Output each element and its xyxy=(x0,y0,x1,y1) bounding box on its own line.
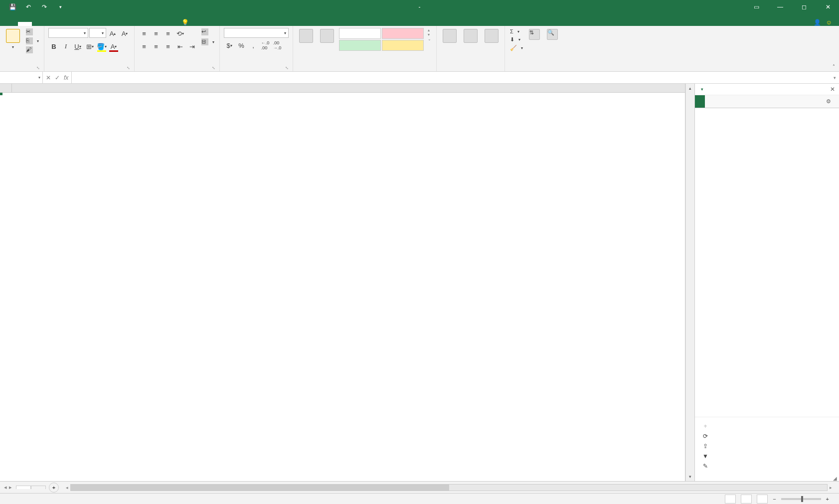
select-all-corner[interactable] xyxy=(0,84,12,92)
autosum-button[interactable]: Σ▾ xyxy=(509,28,524,35)
format-painter-button[interactable]: 🖌 xyxy=(25,46,40,54)
insert-cells-button[interactable] xyxy=(441,28,459,45)
tab-home[interactable] xyxy=(18,22,32,26)
taskpane-refresh-button[interactable]: ⟳ xyxy=(702,431,832,441)
align-bottom-button[interactable]: ≡ xyxy=(163,28,173,39)
wrap-text-button[interactable]: ↩ xyxy=(200,28,215,36)
formula-input[interactable] xyxy=(72,72,831,83)
decrease-decimal-button[interactable]: .00→.0 xyxy=(272,40,283,51)
tellme-search[interactable]: 💡 xyxy=(181,19,192,26)
tab-review[interactable] xyxy=(102,22,116,26)
maximize-icon[interactable]: ◻ xyxy=(795,0,813,14)
close-icon[interactable]: ✕ xyxy=(819,0,837,14)
italic-button[interactable]: I xyxy=(60,41,71,52)
redo-icon[interactable]: ↷ xyxy=(41,3,48,10)
tab-formulas[interactable] xyxy=(74,22,88,26)
decrease-indent-button[interactable]: ⇤ xyxy=(174,41,185,52)
merge-center-button[interactable]: ⊟▾ xyxy=(200,38,215,46)
font-color-button[interactable]: A▾ xyxy=(108,41,119,52)
paste-button[interactable]: ▾ xyxy=(4,28,22,50)
save-icon[interactable]: 💾 xyxy=(9,3,16,10)
clipboard-launcher[interactable]: ⤡ xyxy=(36,66,40,70)
alignment-launcher[interactable]: ⤡ xyxy=(212,66,215,70)
minimize-icon[interactable]: — xyxy=(771,0,789,14)
taskpane-filter-button[interactable]: ▼ xyxy=(702,451,832,461)
sort-filter-button[interactable]: ⇅ xyxy=(527,28,542,42)
grow-font-button[interactable]: A▴ xyxy=(107,28,118,39)
clear-button[interactable]: 🧹▾ xyxy=(509,44,524,52)
border-button[interactable]: ⊞▾ xyxy=(84,41,95,52)
grid-body[interactable] xyxy=(0,93,685,481)
scroll-down-icon[interactable]: ▾ xyxy=(686,472,694,481)
align-top-button[interactable]: ≡ xyxy=(139,28,150,39)
tab-addins[interactable] xyxy=(130,22,144,26)
taskpane-user[interactable]: ⚙ xyxy=(821,95,839,108)
format-cells-button[interactable] xyxy=(483,28,501,45)
find-select-button[interactable]: 🔍 xyxy=(545,28,560,42)
zoom-in-button[interactable]: + xyxy=(826,496,829,502)
number-launcher[interactable]: ⤡ xyxy=(285,66,289,70)
taskpane-new-button[interactable]: + xyxy=(702,421,832,431)
fill-color-button[interactable]: 🪣▾ xyxy=(96,41,107,52)
smiley-icon[interactable]: ☺ xyxy=(826,19,832,26)
font-launcher[interactable]: ⤡ xyxy=(127,66,130,70)
underline-button[interactable]: U▾ xyxy=(72,41,83,52)
vertical-scrollbar[interactable]: ▴ ▾ xyxy=(685,84,694,481)
align-right-button[interactable]: ≡ xyxy=(163,41,173,52)
style-normal[interactable] xyxy=(339,28,381,39)
style-neutral[interactable] xyxy=(382,40,424,51)
collapse-ribbon-icon[interactable]: ˄ xyxy=(833,64,835,69)
resize-handle-icon[interactable]: ◢ xyxy=(833,476,837,481)
tab-file[interactable] xyxy=(4,22,18,26)
align-left-button[interactable]: ≡ xyxy=(139,41,150,52)
orientation-button[interactable]: ⟲▾ xyxy=(174,28,185,39)
sheet-tab-1[interactable] xyxy=(16,486,31,489)
tab-insert[interactable] xyxy=(32,22,46,26)
styles-up-icon[interactable]: ▴ xyxy=(428,28,431,32)
percent-button[interactable]: % xyxy=(236,40,247,51)
sheet-tab-2[interactable] xyxy=(31,486,46,489)
tab-loadtest[interactable] xyxy=(144,22,158,26)
tab-data[interactable] xyxy=(88,22,102,26)
styles-down-icon[interactable]: ▾ xyxy=(428,32,431,37)
delete-cells-button[interactable] xyxy=(462,28,480,45)
zoom-slider[interactable] xyxy=(781,498,821,500)
comma-button[interactable]: , xyxy=(248,40,259,51)
taskpane-menu-icon[interactable]: ▾ xyxy=(701,87,703,92)
font-size-select[interactable]: ▾ xyxy=(89,28,106,38)
sheet-prev-icon[interactable]: ◂ xyxy=(4,484,7,491)
expand-formula-icon[interactable]: ▾ xyxy=(831,75,839,80)
cut-button[interactable]: ✂ xyxy=(25,28,40,36)
zoom-out-button[interactable]: − xyxy=(773,496,776,502)
add-sheet-button[interactable]: + xyxy=(49,483,59,493)
normal-view-button[interactable] xyxy=(725,495,736,504)
enter-formula-icon[interactable]: ✓ xyxy=(55,74,60,81)
scroll-up-icon[interactable]: ▴ xyxy=(686,84,694,93)
tab-page-layout[interactable] xyxy=(60,22,74,26)
fill-button[interactable]: ⬇▾ xyxy=(509,36,524,43)
conditional-formatting-button[interactable] xyxy=(297,28,315,45)
undo-icon[interactable]: ↶ xyxy=(25,3,32,10)
share-button[interactable]: 👤 xyxy=(814,19,821,26)
increase-decimal-button[interactable]: ←.0.00 xyxy=(260,40,271,51)
ribbon-options-icon[interactable]: ▭ xyxy=(747,0,765,14)
align-middle-button[interactable]: ≡ xyxy=(151,28,162,39)
style-bad[interactable] xyxy=(382,28,424,39)
customize-qat-icon[interactable]: ▾ xyxy=(57,3,64,10)
format-as-table-button[interactable] xyxy=(318,28,336,45)
shrink-font-button[interactable]: A▾ xyxy=(119,28,130,39)
name-box[interactable] xyxy=(0,72,43,83)
copy-button[interactable]: ⎘▾ xyxy=(25,37,40,45)
font-name-select[interactable]: ▾ xyxy=(48,28,88,38)
increase-indent-button[interactable]: ⇥ xyxy=(186,41,197,52)
bold-button[interactable]: B xyxy=(48,41,59,52)
sheet-next-icon[interactable]: ▸ xyxy=(9,484,12,491)
taskpane-close-icon[interactable]: ✕ xyxy=(830,86,835,93)
horizontal-scrollbar[interactable]: ◂ ▸ xyxy=(59,484,839,491)
tab-draw[interactable] xyxy=(46,22,60,26)
fx-icon[interactable]: fx xyxy=(64,74,68,81)
cancel-formula-icon[interactable]: ✕ xyxy=(46,74,51,81)
taskpane-tab-data-connector[interactable] xyxy=(695,95,705,108)
tab-view[interactable] xyxy=(116,22,130,26)
page-layout-view-button[interactable] xyxy=(741,495,752,504)
